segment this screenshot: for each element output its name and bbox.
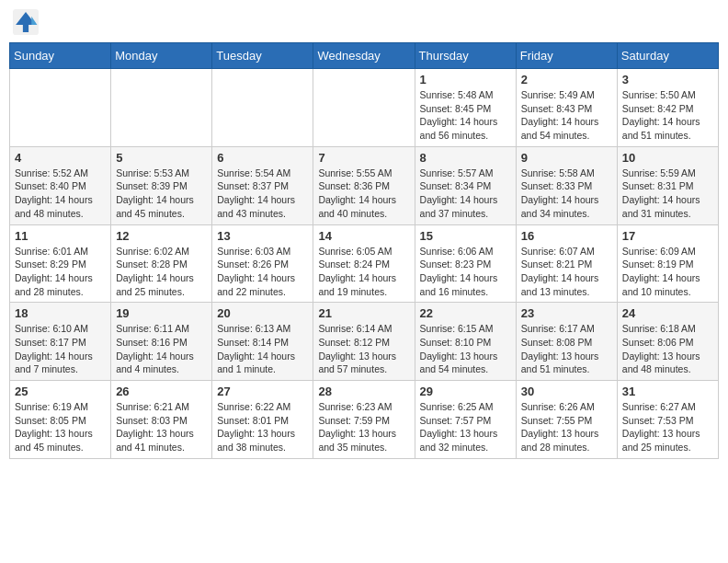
calendar-week-2: 4Sunrise: 5:52 AM Sunset: 8:40 PM Daylig… <box>10 146 719 224</box>
calendar-cell: 31Sunrise: 6:27 AM Sunset: 7:53 PM Dayli… <box>617 381 718 459</box>
day-info: Sunrise: 5:57 AM Sunset: 8:34 PM Dayligh… <box>420 167 511 221</box>
calendar-cell <box>212 69 313 147</box>
day-number: 16 <box>521 229 612 243</box>
day-info: Sunrise: 6:17 AM Sunset: 8:08 PM Dayligh… <box>521 322 612 376</box>
day-info: Sunrise: 6:05 AM Sunset: 8:24 PM Dayligh… <box>318 245 409 299</box>
weekday-header-sunday: Sunday <box>10 43 111 69</box>
day-info: Sunrise: 6:01 AM Sunset: 8:29 PM Dayligh… <box>15 245 106 299</box>
calendar-cell: 12Sunrise: 6:02 AM Sunset: 8:28 PM Dayli… <box>111 224 212 303</box>
day-info: Sunrise: 6:11 AM Sunset: 8:16 PM Dayligh… <box>116 322 207 376</box>
calendar-cell: 17Sunrise: 6:09 AM Sunset: 8:19 PM Dayli… <box>617 224 718 303</box>
calendar-cell <box>10 69 111 147</box>
day-number: 9 <box>521 151 612 165</box>
day-number: 14 <box>318 229 409 243</box>
calendar-cell: 5Sunrise: 5:53 AM Sunset: 8:39 PM Daylig… <box>111 146 212 224</box>
day-number: 19 <box>116 306 207 320</box>
day-number: 25 <box>15 385 106 398</box>
calendar-cell: 30Sunrise: 6:26 AM Sunset: 7:55 PM Dayli… <box>516 381 617 459</box>
logo-icon <box>13 9 39 35</box>
page-header <box>9 9 719 35</box>
calendar-week-4: 18Sunrise: 6:10 AM Sunset: 8:17 PM Dayli… <box>10 303 719 381</box>
calendar-cell: 26Sunrise: 6:21 AM Sunset: 8:03 PM Dayli… <box>111 381 212 459</box>
calendar-cell: 11Sunrise: 6:01 AM Sunset: 8:29 PM Dayli… <box>10 224 111 303</box>
day-number: 12 <box>116 229 207 243</box>
calendar-week-3: 11Sunrise: 6:01 AM Sunset: 8:29 PM Dayli… <box>10 224 719 303</box>
day-info: Sunrise: 5:55 AM Sunset: 8:36 PM Dayligh… <box>318 167 409 221</box>
day-info: Sunrise: 5:50 AM Sunset: 8:42 PM Dayligh… <box>622 88 713 143</box>
day-info: Sunrise: 6:26 AM Sunset: 7:55 PM Dayligh… <box>521 400 612 454</box>
calendar-cell <box>313 69 415 147</box>
day-number: 6 <box>217 151 308 165</box>
calendar-cell: 10Sunrise: 5:59 AM Sunset: 8:31 PM Dayli… <box>617 146 718 224</box>
calendar-cell: 27Sunrise: 6:22 AM Sunset: 8:01 PM Dayli… <box>212 381 313 459</box>
calendar-cell: 23Sunrise: 6:17 AM Sunset: 8:08 PM Dayli… <box>516 303 617 381</box>
weekday-header-thursday: Thursday <box>415 43 516 69</box>
day-number: 18 <box>15 306 106 320</box>
day-info: Sunrise: 6:27 AM Sunset: 7:53 PM Dayligh… <box>622 400 713 454</box>
weekday-header-wednesday: Wednesday <box>313 43 415 69</box>
day-info: Sunrise: 6:10 AM Sunset: 8:17 PM Dayligh… <box>15 322 106 376</box>
day-info: Sunrise: 5:53 AM Sunset: 8:39 PM Dayligh… <box>116 167 207 221</box>
day-info: Sunrise: 6:19 AM Sunset: 8:05 PM Dayligh… <box>15 400 106 454</box>
day-info: Sunrise: 6:22 AM Sunset: 8:01 PM Dayligh… <box>217 400 308 454</box>
day-number: 15 <box>420 229 511 243</box>
calendar-cell: 28Sunrise: 6:23 AM Sunset: 7:59 PM Dayli… <box>313 381 415 459</box>
day-info: Sunrise: 6:15 AM Sunset: 8:10 PM Dayligh… <box>420 322 511 376</box>
day-number: 24 <box>622 306 713 320</box>
day-info: Sunrise: 5:54 AM Sunset: 8:37 PM Dayligh… <box>217 167 308 221</box>
logo <box>13 9 42 35</box>
day-number: 21 <box>318 306 409 320</box>
weekday-header-friday: Friday <box>516 43 617 69</box>
calendar-cell: 22Sunrise: 6:15 AM Sunset: 8:10 PM Dayli… <box>415 303 516 381</box>
day-info: Sunrise: 6:09 AM Sunset: 8:19 PM Dayligh… <box>622 245 713 299</box>
day-number: 20 <box>217 306 308 320</box>
day-info: Sunrise: 5:58 AM Sunset: 8:33 PM Dayligh… <box>521 167 612 221</box>
day-info: Sunrise: 6:07 AM Sunset: 8:21 PM Dayligh… <box>521 245 612 299</box>
calendar-cell: 18Sunrise: 6:10 AM Sunset: 8:17 PM Dayli… <box>10 303 111 381</box>
day-number: 29 <box>420 385 511 398</box>
day-number: 11 <box>15 229 106 243</box>
day-number: 17 <box>622 229 713 243</box>
calendar-cell: 21Sunrise: 6:14 AM Sunset: 8:12 PM Dayli… <box>313 303 415 381</box>
calendar-cell: 7Sunrise: 5:55 AM Sunset: 8:36 PM Daylig… <box>313 146 415 224</box>
calendar-cell: 1Sunrise: 5:48 AM Sunset: 8:45 PM Daylig… <box>415 69 516 147</box>
day-info: Sunrise: 6:06 AM Sunset: 8:23 PM Dayligh… <box>420 245 511 299</box>
day-info: Sunrise: 6:03 AM Sunset: 8:26 PM Dayligh… <box>217 245 308 299</box>
day-info: Sunrise: 6:23 AM Sunset: 7:59 PM Dayligh… <box>318 400 409 454</box>
calendar-cell: 8Sunrise: 5:57 AM Sunset: 8:34 PM Daylig… <box>415 146 516 224</box>
day-info: Sunrise: 6:21 AM Sunset: 8:03 PM Dayligh… <box>116 400 207 454</box>
day-info: Sunrise: 5:48 AM Sunset: 8:45 PM Dayligh… <box>420 88 511 143</box>
day-number: 4 <box>15 151 106 165</box>
day-info: Sunrise: 5:52 AM Sunset: 8:40 PM Dayligh… <box>15 167 106 221</box>
calendar-cell: 13Sunrise: 6:03 AM Sunset: 8:26 PM Dayli… <box>212 224 313 303</box>
day-number: 23 <box>521 306 612 320</box>
calendar-cell: 14Sunrise: 6:05 AM Sunset: 8:24 PM Dayli… <box>313 224 415 303</box>
day-info: Sunrise: 5:59 AM Sunset: 8:31 PM Dayligh… <box>622 167 713 221</box>
day-number: 3 <box>622 73 713 86</box>
weekday-header-tuesday: Tuesday <box>212 43 313 69</box>
day-info: Sunrise: 5:49 AM Sunset: 8:43 PM Dayligh… <box>521 88 612 143</box>
calendar-cell: 6Sunrise: 5:54 AM Sunset: 8:37 PM Daylig… <box>212 146 313 224</box>
day-number: 26 <box>116 385 207 398</box>
day-number: 5 <box>116 151 207 165</box>
calendar-cell: 15Sunrise: 6:06 AM Sunset: 8:23 PM Dayli… <box>415 224 516 303</box>
calendar-week-1: 1Sunrise: 5:48 AM Sunset: 8:45 PM Daylig… <box>10 69 719 147</box>
day-info: Sunrise: 6:13 AM Sunset: 8:14 PM Dayligh… <box>217 322 308 376</box>
calendar-cell: 4Sunrise: 5:52 AM Sunset: 8:40 PM Daylig… <box>10 146 111 224</box>
weekday-header-saturday: Saturday <box>617 43 718 69</box>
calendar-week-5: 25Sunrise: 6:19 AM Sunset: 8:05 PM Dayli… <box>10 381 719 459</box>
calendar-cell: 2Sunrise: 5:49 AM Sunset: 8:43 PM Daylig… <box>516 69 617 147</box>
day-info: Sunrise: 6:14 AM Sunset: 8:12 PM Dayligh… <box>318 322 409 376</box>
weekday-header-monday: Monday <box>111 43 212 69</box>
weekday-header-row: SundayMondayTuesdayWednesdayThursdayFrid… <box>10 43 719 69</box>
day-number: 1 <box>420 73 511 86</box>
day-number: 8 <box>420 151 511 165</box>
day-number: 10 <box>622 151 713 165</box>
day-number: 2 <box>521 73 612 86</box>
calendar-cell: 9Sunrise: 5:58 AM Sunset: 8:33 PM Daylig… <box>516 146 617 224</box>
day-number: 13 <box>217 229 308 243</box>
day-number: 30 <box>521 385 612 398</box>
calendar-cell: 25Sunrise: 6:19 AM Sunset: 8:05 PM Dayli… <box>10 381 111 459</box>
day-number: 31 <box>622 385 713 398</box>
day-info: Sunrise: 6:18 AM Sunset: 8:06 PM Dayligh… <box>622 322 713 376</box>
